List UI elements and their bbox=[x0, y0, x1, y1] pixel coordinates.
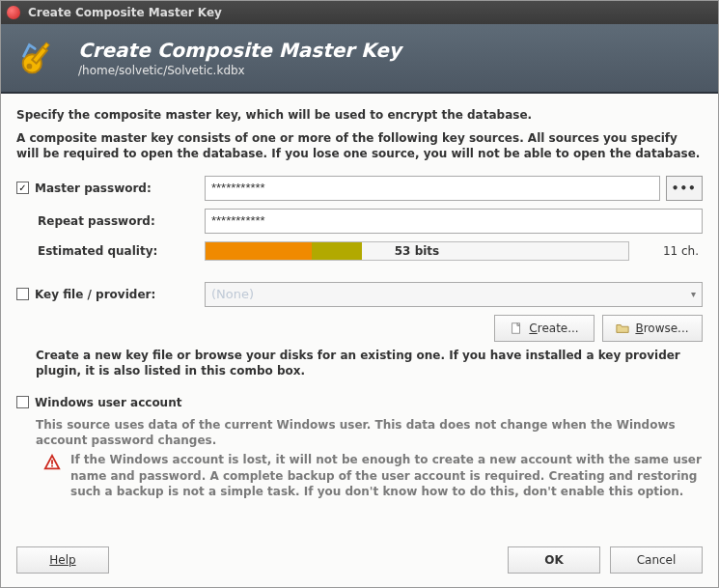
keyfile-description: Create a new key file or browse your dis… bbox=[36, 348, 703, 378]
svg-rect-5 bbox=[51, 461, 53, 465]
reveal-password-button[interactable]: ••• bbox=[666, 176, 703, 201]
svg-rect-6 bbox=[51, 465, 53, 467]
svg-point-1 bbox=[27, 64, 33, 70]
intro-line-1: Specify the composite master key, which … bbox=[16, 107, 703, 123]
dialog-window: Create Composite Master Key Create Compo… bbox=[0, 0, 719, 588]
windows-account-section: Windows user account This source uses da… bbox=[16, 396, 703, 499]
quality-bits: 53 bits bbox=[206, 244, 628, 258]
browse-keyfile-button[interactable]: Browse... bbox=[602, 315, 703, 342]
ok-button[interactable]: OK bbox=[508, 546, 600, 574]
new-file-icon bbox=[510, 322, 523, 335]
create-keyfile-button[interactable]: CCreate...reate... bbox=[494, 315, 595, 342]
master-password-label: Master password: bbox=[35, 182, 152, 195]
header-title: Create Composite Master Key bbox=[78, 39, 401, 62]
intro-line-2: A composite master key consists of one o… bbox=[16, 130, 703, 161]
help-button[interactable]: Help bbox=[16, 546, 109, 574]
repeat-password-label: Repeat password: bbox=[38, 214, 155, 228]
windows-account-checkbox[interactable] bbox=[16, 396, 29, 408]
titlebar: Create Composite Master Key bbox=[1, 1, 718, 24]
dialog-footer: Help OK Cancel bbox=[1, 539, 718, 587]
windows-account-description: This source uses data of the current Win… bbox=[36, 417, 703, 448]
key-icon bbox=[16, 36, 61, 80]
chevron-down-icon: ▾ bbox=[691, 289, 696, 299]
window-title: Create Composite Master Key bbox=[28, 6, 222, 19]
dialog-header: Create Composite Master Key /home/solvet… bbox=[1, 24, 718, 94]
estimated-quality-label: Estimated quality: bbox=[38, 244, 157, 258]
svg-rect-3 bbox=[42, 42, 49, 49]
warning-icon bbox=[43, 454, 61, 471]
repeat-password-input[interactable] bbox=[205, 209, 703, 234]
keyfile-section: Key file / provider: (None) ▾ CCreate...… bbox=[16, 282, 703, 382]
keyfile-checkbox[interactable] bbox=[16, 288, 29, 300]
dialog-content: Specify the composite master key, which … bbox=[1, 94, 718, 539]
quality-bar: 53 bits bbox=[205, 241, 629, 261]
master-password-section: Master password: ••• Repeat password: Es… bbox=[16, 176, 703, 268]
windows-account-warning: If the Windows account is lost, it will … bbox=[70, 452, 703, 499]
close-icon[interactable] bbox=[7, 6, 20, 19]
cancel-button[interactable]: Cancel bbox=[610, 546, 703, 574]
header-path: /home/solvetic/Solvetic.kdbx bbox=[78, 64, 401, 77]
keyfile-label: Key file / provider: bbox=[35, 288, 155, 301]
windows-account-label: Windows user account bbox=[35, 396, 181, 409]
keyfile-combo-value: (None) bbox=[211, 287, 254, 301]
keyfile-combo[interactable]: (None) ▾ bbox=[205, 282, 703, 307]
folder-icon bbox=[616, 322, 629, 335]
char-count: 11 ch. bbox=[635, 244, 703, 258]
master-password-input[interactable] bbox=[205, 176, 660, 201]
master-password-checkbox[interactable] bbox=[16, 182, 29, 194]
